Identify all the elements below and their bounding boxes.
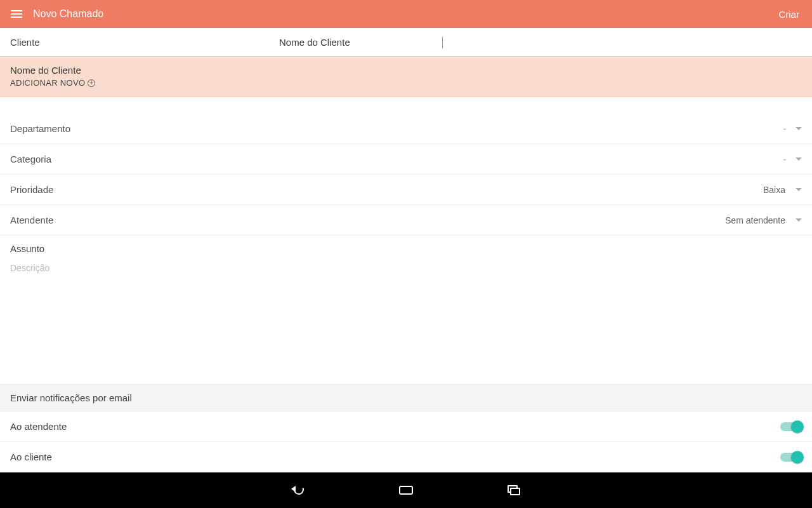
priority-label: Prioridade — [10, 184, 763, 195]
client-suggestion[interactable]: Nome do Cliente ADICIONAR NOVO + — [0, 57, 812, 97]
client-input-wrap[interactable] — [279, 28, 812, 57]
notifications-header: Enviar notificações por email — [0, 384, 812, 411]
notify-client-toggle[interactable] — [780, 453, 802, 462]
department-value: - — [783, 123, 787, 135]
toggle-knob — [791, 451, 804, 464]
nav-back-button[interactable] — [285, 478, 311, 503]
app-bar: Novo Chamado Criar — [0, 0, 812, 28]
agent-select[interactable]: Atendente Sem atendente — [0, 205, 812, 236]
client-input[interactable] — [279, 37, 444, 48]
department-label: Departamento — [10, 123, 783, 134]
chevron-down-icon — [796, 218, 802, 222]
menu-button[interactable] — [5, 3, 28, 25]
subject-label: Assunto — [10, 243, 802, 254]
nav-home-button[interactable] — [393, 478, 419, 503]
chevron-down-icon — [796, 127, 802, 130]
category-label: Categoria — [10, 154, 783, 164]
client-label: Cliente — [0, 37, 279, 48]
menu-icon — [11, 13, 22, 15]
priority-value: Baixa — [763, 185, 785, 195]
category-value: - — [783, 154, 787, 165]
notify-client-label: Ao cliente — [10, 451, 780, 462]
description-placeholder: Descrição — [10, 263, 802, 273]
category-select[interactable]: Categoria - — [0, 144, 812, 175]
agent-label: Atendente — [10, 215, 725, 225]
client-field-row: Cliente — [0, 28, 812, 57]
recent-apps-icon — [508, 485, 520, 495]
subject-field[interactable]: Assunto — [0, 236, 812, 257]
notify-agent-row: Ao atendente — [0, 411, 812, 442]
add-new-label: ADICIONAR NOVO — [10, 78, 85, 88]
priority-select[interactable]: Prioridade Baixa — [0, 175, 812, 205]
form-content: Cliente Nome do Cliente ADICIONAR NOVO +… — [0, 28, 812, 472]
chevron-down-icon — [796, 188, 802, 191]
page-title: Novo Chamado — [33, 8, 103, 20]
description-field[interactable]: Descrição — [0, 257, 812, 279]
add-new-client[interactable]: ADICIONAR NOVO + — [10, 78, 802, 88]
create-button[interactable]: Criar — [771, 9, 808, 20]
text-cursor — [442, 37, 443, 48]
notify-client-row: Ao cliente — [0, 442, 812, 472]
toggle-knob — [791, 420, 804, 433]
back-icon — [291, 483, 305, 497]
nav-recent-button[interactable] — [501, 478, 527, 503]
department-select[interactable]: Departamento - — [0, 114, 812, 144]
home-icon — [399, 486, 413, 495]
notify-agent-label: Ao atendente — [10, 421, 780, 432]
suggestion-name: Nome do Cliente — [10, 65, 802, 76]
android-nav-bar — [0, 472, 812, 508]
notify-agent-toggle[interactable] — [780, 422, 802, 431]
agent-value: Sem atendente — [725, 215, 785, 225]
chevron-down-icon — [796, 157, 802, 161]
plus-circle-icon: + — [88, 79, 95, 87]
